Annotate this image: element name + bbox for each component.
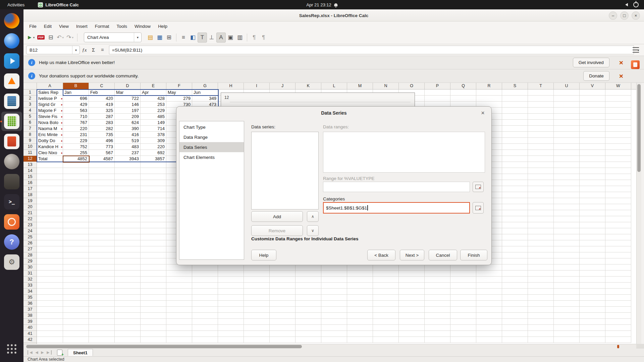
cell-T20[interactable] xyxy=(528,204,554,210)
cell-G35[interactable] xyxy=(192,295,218,301)
cell-V26[interactable] xyxy=(580,240,605,246)
cell-A38[interactable] xyxy=(37,313,63,319)
dock-settings[interactable]: ⚙ xyxy=(1,252,22,272)
cell-W30[interactable] xyxy=(605,264,631,270)
cell-O36[interactable] xyxy=(399,301,425,307)
cell-B3[interactable]: 429 xyxy=(63,102,89,108)
cell-O32[interactable] xyxy=(399,277,425,283)
dock-help[interactable]: ? xyxy=(1,232,22,252)
cell-E20[interactable] xyxy=(141,204,166,210)
cell-T18[interactable] xyxy=(528,192,554,198)
cell-M33[interactable] xyxy=(347,283,373,289)
cell-V12[interactable] xyxy=(580,156,605,162)
cell-U26[interactable] xyxy=(554,240,580,246)
cell-C10[interactable]: 773 xyxy=(89,144,115,150)
cell-F32[interactable] xyxy=(166,277,192,283)
cell-A40[interactable] xyxy=(37,325,63,331)
print-icon[interactable]: ⊟ xyxy=(46,33,55,43)
legend-on-off-icon[interactable]: ◧ xyxy=(188,33,198,43)
cell-R36[interactable] xyxy=(476,301,502,307)
cell-K36[interactable] xyxy=(296,301,321,307)
horizontal-scrollbar[interactable] xyxy=(23,344,641,349)
column-header-K[interactable]: K xyxy=(296,83,321,89)
column-header-M[interactable]: M xyxy=(347,83,373,89)
cell-E35[interactable] xyxy=(141,295,166,301)
cell-O30[interactable] xyxy=(399,264,425,270)
row-header-35[interactable]: 35 xyxy=(23,295,37,301)
move-up-button[interactable]: ∧ xyxy=(307,211,319,222)
cell-T25[interactable] xyxy=(528,234,554,240)
cell-B12[interactable]: 4852 xyxy=(63,156,89,162)
dock-writer[interactable] xyxy=(1,92,22,111)
cell-W29[interactable] xyxy=(605,258,631,264)
cell-V34[interactable] xyxy=(580,289,605,295)
cell-Q38[interactable] xyxy=(450,313,476,319)
cell-B13[interactable] xyxy=(63,162,89,168)
sheet-tab-sheet1[interactable]: Sheet1 xyxy=(68,349,93,356)
clock-button[interactable]: Apr 21 23:12 xyxy=(306,2,337,7)
cell-U23[interactable] xyxy=(554,222,580,228)
cell-V13[interactable] xyxy=(580,162,605,168)
cell-S16[interactable] xyxy=(502,180,528,186)
cell-K30[interactable] xyxy=(296,264,321,270)
cell-V42[interactable] xyxy=(580,337,605,343)
row-header-14[interactable]: 14 xyxy=(23,168,37,174)
cell-O31[interactable] xyxy=(399,270,425,277)
cell-O38[interactable] xyxy=(399,313,425,319)
column-header-O[interactable]: O xyxy=(399,83,425,89)
cell-I30[interactable] xyxy=(244,264,270,270)
row-header-29[interactable]: 29 xyxy=(23,258,37,264)
cell-B11[interactable]: 255 xyxy=(63,150,89,156)
cell-E33[interactable] xyxy=(141,283,166,289)
cell-L31[interactable] xyxy=(321,270,347,277)
cell-U27[interactable] xyxy=(554,246,580,252)
cell-K35[interactable] xyxy=(296,295,321,301)
cell-F42[interactable] xyxy=(166,337,192,343)
cell-J38[interactable] xyxy=(270,313,296,319)
cell-P39[interactable] xyxy=(425,319,450,325)
cell-V15[interactable] xyxy=(580,174,605,180)
cell-S25[interactable] xyxy=(502,234,528,240)
cell-A19[interactable] xyxy=(37,198,63,204)
cell-T11[interactable] xyxy=(528,150,554,156)
cell-R38[interactable] xyxy=(476,313,502,319)
cell-U29[interactable] xyxy=(554,258,580,264)
cell-U8[interactable] xyxy=(554,132,580,138)
cell-A27[interactable] xyxy=(37,246,63,252)
cell-R40[interactable] xyxy=(476,325,502,331)
cell-E9[interactable]: 309 xyxy=(141,138,166,144)
cell-S6[interactable] xyxy=(502,120,528,126)
cell-B24[interactable] xyxy=(63,228,89,234)
cell-O40[interactable] xyxy=(399,325,425,331)
cell-T28[interactable] xyxy=(528,252,554,258)
cell-G31[interactable] xyxy=(192,270,218,277)
cell-D11[interactable]: 237 xyxy=(115,150,141,156)
cell-D35[interactable] xyxy=(115,295,141,301)
cell-N31[interactable] xyxy=(373,270,399,277)
cell-F30[interactable] xyxy=(166,264,192,270)
cell-C36[interactable] xyxy=(89,301,115,307)
cell-W2[interactable] xyxy=(605,96,631,102)
cell-V8[interactable] xyxy=(580,132,605,138)
cell-F31[interactable] xyxy=(166,270,192,277)
cell-L34[interactable] xyxy=(321,289,347,295)
cell-S15[interactable] xyxy=(502,174,528,180)
cell-V25[interactable] xyxy=(580,234,605,240)
cell-V14[interactable] xyxy=(580,168,605,174)
cell-V35[interactable] xyxy=(580,295,605,301)
cell-K39[interactable] xyxy=(296,319,321,325)
cell-B5[interactable]: 710 xyxy=(63,114,89,120)
cell-G39[interactable] xyxy=(192,319,218,325)
cell-N41[interactable] xyxy=(373,331,399,337)
cell-M39[interactable] xyxy=(347,319,373,325)
cell-E21[interactable] xyxy=(141,210,166,216)
column-header-H[interactable]: H xyxy=(218,83,244,89)
cell-U9[interactable] xyxy=(554,138,580,144)
close-button[interactable]: × xyxy=(632,11,640,20)
column-header-B[interactable]: B xyxy=(63,83,89,89)
cell-W5[interactable] xyxy=(605,114,631,120)
cell-W6[interactable] xyxy=(605,120,631,126)
cell-W38[interactable] xyxy=(605,313,631,319)
cell-W3[interactable] xyxy=(605,102,631,108)
column-header-V[interactable]: V xyxy=(580,83,605,89)
